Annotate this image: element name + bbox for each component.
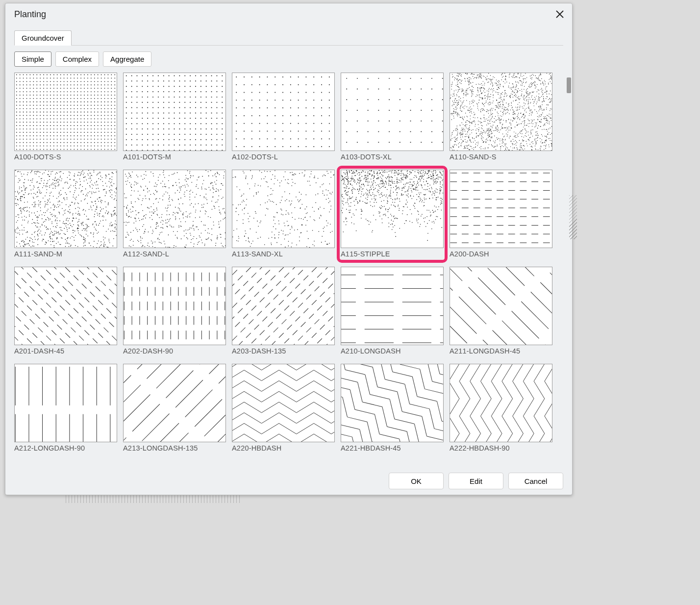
svg-point-2039 bbox=[492, 146, 492, 146]
svg-point-3267 bbox=[38, 196, 39, 197]
svg-point-2127 bbox=[500, 144, 500, 144]
pattern-swatch[interactable] bbox=[14, 170, 117, 248]
svg-point-5175 bbox=[359, 201, 360, 202]
svg-point-3350 bbox=[97, 199, 98, 200]
svg-point-5226 bbox=[432, 198, 433, 199]
edit-button[interactable]: Edit bbox=[449, 473, 503, 489]
pattern-cell[interactable]: A103-DOTS-XL bbox=[341, 73, 444, 161]
svg-point-3178 bbox=[35, 202, 36, 202]
svg-point-1166 bbox=[442, 131, 443, 132]
svg-point-3697 bbox=[137, 183, 138, 184]
pattern-swatch[interactable] bbox=[123, 364, 226, 442]
pattern-swatch[interactable] bbox=[341, 170, 444, 248]
svg-point-5033 bbox=[364, 194, 365, 195]
cancel-button[interactable]: Cancel bbox=[508, 473, 563, 489]
pattern-cell[interactable]: A220-HBDASH bbox=[232, 364, 335, 452]
pattern-cell[interactable]: A222-HBDASH-90 bbox=[450, 364, 552, 452]
svg-point-2097 bbox=[475, 122, 475, 122]
svg-point-1769 bbox=[519, 109, 520, 109]
svg-point-3629 bbox=[95, 228, 96, 229]
pattern-cell[interactable]: A102-DOTS-L bbox=[232, 73, 335, 161]
svg-point-3165 bbox=[83, 243, 84, 244]
pattern-cell[interactable]: A211-LONGDASH-45 bbox=[450, 267, 552, 355]
svg-point-1172 bbox=[400, 142, 400, 143]
svg-point-2596 bbox=[542, 92, 542, 93]
pattern-swatch[interactable] bbox=[341, 364, 444, 442]
svg-point-3376 bbox=[74, 174, 75, 175]
pattern-swatch[interactable] bbox=[123, 267, 226, 345]
pattern-swatch[interactable] bbox=[450, 364, 552, 442]
pattern-swatch[interactable] bbox=[232, 170, 335, 248]
svg-line-11949 bbox=[513, 399, 524, 416]
svg-point-1800 bbox=[526, 125, 526, 126]
svg-point-1128 bbox=[357, 99, 358, 100]
pattern-swatch[interactable] bbox=[123, 170, 226, 248]
pattern-cell[interactable]: A200-DASH bbox=[450, 170, 552, 258]
svg-point-1813 bbox=[511, 89, 512, 90]
svg-point-656 bbox=[98, 146, 99, 147]
svg-point-3835 bbox=[150, 212, 150, 213]
svg-point-4831 bbox=[437, 174, 438, 175]
filter-aggregate[interactable]: Aggregate bbox=[103, 51, 151, 67]
svg-point-2859 bbox=[21, 201, 22, 202]
filter-complex[interactable]: Complex bbox=[55, 51, 99, 67]
pattern-cell[interactable]: A221-HBDASH-45 bbox=[341, 364, 444, 452]
svg-point-2155 bbox=[500, 105, 500, 105]
pattern-cell[interactable]: A212-LONGDASH-90 bbox=[14, 364, 117, 452]
pattern-swatch[interactable] bbox=[232, 364, 335, 442]
pattern-cell[interactable]: A201-DASH-45 bbox=[14, 267, 117, 355]
pattern-cell[interactable]: A101-DOTS-M bbox=[123, 73, 226, 161]
svg-point-1778 bbox=[511, 76, 512, 77]
filter-simple[interactable]: Simple bbox=[14, 51, 51, 67]
svg-point-1587 bbox=[517, 85, 517, 86]
svg-point-5188 bbox=[343, 201, 344, 202]
pattern-cell[interactable]: A100-DOTS-S bbox=[14, 73, 117, 161]
pattern-cell[interactable]: A210-LONGDASH bbox=[341, 267, 444, 355]
svg-point-1599 bbox=[481, 138, 481, 138]
pattern-swatch[interactable] bbox=[123, 73, 226, 151]
svg-point-994 bbox=[267, 84, 268, 85]
pattern-cell[interactable]: A115-STIPPLE bbox=[341, 170, 444, 258]
svg-point-1558 bbox=[456, 139, 456, 139]
svg-point-703 bbox=[184, 75, 185, 76]
svg-point-4329 bbox=[299, 192, 300, 193]
svg-point-745 bbox=[206, 86, 207, 87]
svg-point-3956 bbox=[163, 221, 164, 222]
pattern-swatch[interactable] bbox=[232, 73, 335, 151]
svg-point-2003 bbox=[549, 132, 549, 133]
pattern-cell[interactable]: A110-SAND-S bbox=[450, 73, 552, 161]
svg-point-1318 bbox=[465, 81, 466, 81]
svg-point-2902 bbox=[22, 225, 23, 226]
pattern-cell[interactable]: A203-DASH-135 bbox=[232, 267, 335, 355]
pattern-swatch[interactable] bbox=[14, 364, 117, 442]
scrollbar-thumb[interactable] bbox=[567, 77, 571, 93]
svg-point-1148 bbox=[357, 121, 358, 122]
svg-point-2325 bbox=[488, 96, 488, 96]
pattern-swatch[interactable] bbox=[341, 267, 444, 345]
svg-point-2974 bbox=[98, 241, 99, 242]
svg-point-820 bbox=[200, 107, 201, 108]
pattern-swatch[interactable] bbox=[14, 73, 117, 151]
pattern-cell[interactable]: A112-SAND-L bbox=[123, 170, 226, 258]
svg-point-3655 bbox=[105, 176, 106, 176]
pattern-swatch[interactable] bbox=[450, 170, 552, 248]
svg-point-2383 bbox=[517, 142, 517, 143]
pattern-swatch[interactable] bbox=[450, 267, 552, 345]
svg-point-4533 bbox=[304, 170, 305, 171]
svg-point-2985 bbox=[50, 214, 51, 215]
pattern-swatch[interactable] bbox=[341, 73, 444, 151]
ok-button[interactable]: OK bbox=[389, 473, 444, 489]
pattern-cell[interactable]: A113-SAND-XL bbox=[232, 170, 335, 258]
pattern-swatch[interactable] bbox=[232, 267, 335, 345]
tab-groundcover[interactable]: Groundcover bbox=[14, 30, 72, 46]
svg-point-2392 bbox=[541, 115, 542, 116]
svg-line-7321 bbox=[57, 292, 62, 297]
pattern-cell[interactable]: A202-DASH-90 bbox=[123, 267, 226, 355]
svg-point-4356 bbox=[300, 232, 301, 233]
close-icon[interactable] bbox=[554, 9, 565, 20]
pattern-swatch[interactable] bbox=[450, 73, 552, 151]
pattern-swatch[interactable] bbox=[14, 267, 117, 345]
svg-point-4402 bbox=[285, 172, 286, 173]
pattern-cell[interactable]: A213-LONGDASH-135 bbox=[123, 364, 226, 452]
pattern-cell[interactable]: A111-SAND-M bbox=[14, 170, 117, 258]
